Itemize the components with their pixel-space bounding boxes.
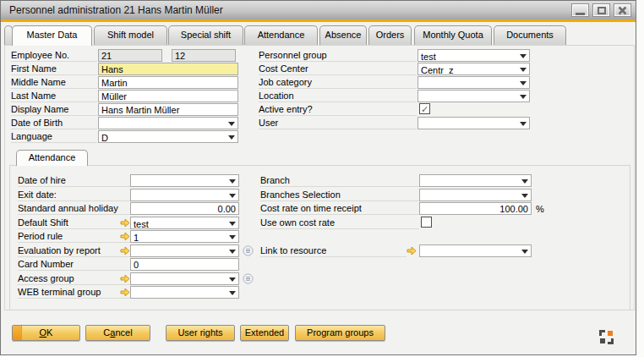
location-combo[interactable] (418, 90, 530, 102)
tab-shift-model[interactable]: Shift model (94, 25, 167, 45)
row-language: Language D (11, 130, 239, 144)
exit-date-combo[interactable] (130, 189, 239, 201)
row-date-of-hire: Date of hire (18, 174, 263, 188)
button-label: User rights (177, 327, 222, 338)
employee-no-label: Employee No. (11, 49, 97, 62)
first-name-input[interactable] (98, 63, 238, 75)
employee-no-input-1[interactable] (98, 49, 162, 62)
link-arrow-icon[interactable] (120, 218, 130, 228)
standard-annual-holiday-label: Standard annual holiday (18, 202, 130, 215)
personnel-group-label: Personnel group (259, 49, 417, 62)
tab-special-shift[interactable]: Special shift (168, 25, 243, 45)
display-name-label: Display Name (11, 103, 97, 116)
ok-button[interactable]: OK (12, 325, 80, 341)
personnel-group-combo[interactable]: test (418, 49, 530, 62)
cost-rate-input[interactable] (419, 202, 532, 215)
close-icon (618, 6, 627, 15)
tab-label: Attendance (258, 30, 305, 40)
exit-date-label: Exit date: (18, 189, 130, 201)
link-arrow-icon[interactable] (120, 274, 130, 283)
row-period-rule: Period rule 1 (18, 230, 263, 244)
choose-from-list-icon[interactable] (243, 245, 254, 256)
user-rights-button[interactable]: User rights (166, 325, 235, 341)
row-last-name: Last Name (11, 90, 239, 103)
period-rule-label: Period rule (18, 230, 130, 243)
web-terminal-group-combo[interactable] (130, 286, 239, 299)
link-to-resource-label: Link to resource (260, 244, 407, 257)
branch-label: Branch (260, 174, 419, 187)
resize-grip-icon[interactable] (599, 330, 614, 344)
date-of-hire-label: Date of hire (18, 174, 130, 187)
employee-no-input-2[interactable] (172, 49, 236, 62)
tab-master-data[interactable]: Master Data (12, 25, 92, 46)
user-combo[interactable] (418, 117, 530, 129)
display-name-input[interactable] (98, 103, 238, 116)
tab-attendance[interactable]: Attendance (244, 25, 318, 45)
language-label: Language (11, 130, 97, 143)
extended-button[interactable]: Extended (240, 325, 289, 341)
use-own-cost-rate-checkbox[interactable] (421, 217, 432, 228)
tab-documents[interactable]: Documents (494, 25, 566, 45)
link-arrow-icon[interactable] (120, 246, 130, 255)
date-of-hire-combo[interactable] (130, 174, 239, 187)
row-access-group: Access group (18, 272, 263, 286)
active-entry-checkbox[interactable]: ✓ (419, 103, 430, 114)
maximize-button[interactable] (592, 3, 610, 17)
default-shift-combo[interactable]: test (130, 217, 239, 229)
cost-center-combo[interactable]: Centr_z (418, 63, 530, 75)
row-standard-annual-holiday: Standard annual holiday (18, 202, 263, 216)
row-cost-center: Cost Center Centr_z (259, 63, 532, 76)
branch-combo[interactable] (419, 174, 532, 187)
row-middle-name: Middle Name (11, 76, 239, 90)
tab-label: Shift model (107, 30, 154, 40)
button-label: ncel (115, 327, 132, 338)
link-arrow-icon[interactable] (407, 246, 417, 255)
tab-orders[interactable]: Orders (368, 25, 412, 45)
program-groups-button[interactable]: Program groups (295, 325, 385, 341)
button-label: O (40, 327, 47, 338)
title-bar[interactable]: Personnel administration 21 Hans Martin … (1, 1, 636, 19)
job-category-combo[interactable] (418, 76, 530, 89)
row-default-shift: Default Shift test (18, 217, 263, 230)
row-active-entry: Active entry? ✓ (259, 103, 532, 117)
tab-monthly-quota[interactable]: Monthly Quota (414, 25, 492, 45)
cancel-button[interactable]: Cancel (85, 325, 150, 341)
access-group-label: Access group (18, 272, 130, 285)
tab-label: Documents (506, 30, 554, 40)
middle-name-input[interactable] (98, 76, 238, 89)
last-name-input[interactable] (98, 90, 238, 102)
card-number-label: Card Number (18, 258, 130, 271)
row-exit-date: Exit date: (18, 189, 263, 202)
evaluation-by-report-label: Evaluation by report (18, 244, 130, 257)
user-label: User (259, 117, 417, 129)
language-combo[interactable]: D (98, 130, 238, 143)
tab-absence[interactable]: Absence (319, 25, 367, 45)
date-of-birth-combo[interactable] (98, 117, 238, 129)
row-employee-no: Employee No. (11, 49, 239, 63)
row-date-of-birth: Date of Birth (11, 117, 239, 130)
row-branch: Branch (260, 174, 548, 188)
job-category-label: Job category (259, 76, 417, 89)
date-of-birth-label: Date of Birth (11, 117, 97, 129)
branches-selection-combo[interactable] (419, 189, 532, 201)
access-group-combo[interactable] (130, 272, 239, 285)
branches-selection-label: Branches Selection (260, 189, 419, 201)
choose-from-list-icon[interactable] (243, 273, 254, 284)
cost-center-label: Cost Center (259, 63, 417, 75)
evaluation-by-report-combo[interactable] (130, 244, 239, 257)
sub-tab-attendance[interactable]: Attendance (16, 150, 88, 166)
tab-label: Absence (325, 30, 362, 40)
cost-rate-suffix: % (536, 203, 544, 215)
default-shift-label: Default Shift (18, 217, 130, 229)
combo-value: test (134, 219, 149, 229)
button-label: Program groups (307, 327, 374, 338)
link-to-resource-combo[interactable] (419, 244, 532, 257)
card-number-input[interactable] (130, 258, 239, 271)
minimize-button[interactable] (571, 3, 589, 17)
link-arrow-icon[interactable] (120, 232, 130, 241)
link-arrow-icon[interactable] (120, 288, 130, 297)
middle-name-label: Middle Name (11, 76, 97, 89)
close-button[interactable] (614, 3, 631, 17)
standard-annual-holiday-input[interactable] (130, 202, 239, 215)
period-rule-combo[interactable]: 1 (130, 230, 239, 243)
